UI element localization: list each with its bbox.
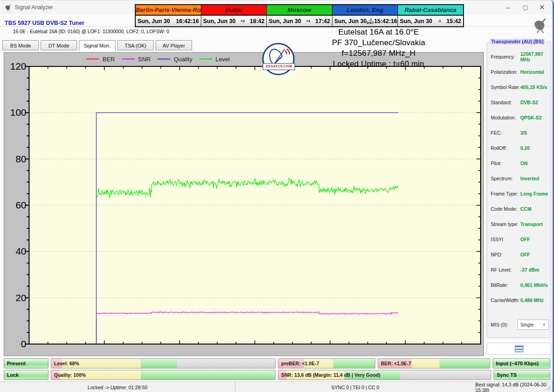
status-badge-input-470-kbps-: Input (~470 Kbps) [493, 358, 550, 368]
status-badge-lock: Lock [4, 370, 48, 380]
status-section-0: Locked -> Uptime: 01:28:50 [0, 382, 235, 392]
close-button[interactable]: ✕ [534, 2, 550, 13]
satellite-dish-app-icon [4, 4, 12, 12]
transponder-field-row: Code Mode:CCM [491, 201, 549, 216]
legend-label: SNR [138, 56, 151, 63]
field-label: Stream type: [491, 221, 520, 227]
field-label: ISSYI [491, 237, 520, 242]
list-icon [515, 345, 524, 352]
tab-dt-mode[interactable]: DT Mode [41, 40, 77, 50]
field-value: Inverted [520, 176, 549, 181]
field-value: QPSK-S2 [520, 115, 549, 120]
transponder-field-row: Modulation:QPSK-S2 [491, 110, 549, 125]
indicator-row-1: PresentLevel: 68%preBER: <1.0E-7BER: <1.… [4, 358, 550, 368]
status-section-1: SYNC 0 | TEI 0 | CC 0 [235, 382, 476, 392]
transponder-list-button[interactable] [487, 343, 551, 355]
clock-time-row: Sun, Jun 30+218:42 [201, 16, 266, 26]
clock-moscow: MoscowSun, Jun 30+117:42 [267, 5, 332, 26]
field-label: Standard: [491, 100, 520, 105]
field-value: Long Frame [520, 191, 549, 196]
y-tick-label-60: 60 [5, 200, 26, 211]
signal-bar-preber: preBER: <1.0E-7 [278, 358, 375, 368]
clock-date: Sun, Jun 30 [138, 18, 170, 24]
transponder-field-row: ISSYIOFF [491, 232, 549, 247]
y-tick-label-80: 80 [5, 154, 26, 165]
tab-tsa-ok-[interactable]: TSA (OK) [117, 40, 154, 50]
transponder-field-row: Spectrum:Inverted [491, 171, 549, 186]
chevron-down-icon: ▼ [542, 322, 546, 327]
clock-time: 16:42:16 [176, 18, 199, 24]
status-badge-present: Present [4, 358, 48, 368]
window-title: Signal Analyzer [15, 4, 53, 11]
bar-label: preBER: <1.0E-7 [281, 359, 319, 368]
transponder-field-row: FEC:3/5 [491, 125, 549, 140]
series-level [96, 178, 398, 198]
y-tick-label-0: 0 [5, 339, 26, 350]
field-label: Polarization: [491, 69, 520, 75]
transponder-panel: Transponder (AU) [BS] Frequency:12567,98… [487, 42, 551, 338]
dxsatcs-logo: DXSATCS.COM [262, 43, 295, 75]
clock-utc-offset: +1 [301, 19, 315, 23]
clock-rabat-casablanca: Rabat-CasablancaSun, Jun 30-115:42 [398, 5, 463, 26]
clock-time-row: Sun, Jun 30-1DST15:42:16 [332, 16, 397, 26]
tuner-name: TBS 5927 USB DVB-S2 Tuner [5, 20, 84, 26]
clock-date: Sun, Jun 30 [203, 18, 235, 24]
dxsatcs-logo-text: DXSATCS.COM [263, 63, 295, 70]
mis-selected-value: Single [520, 322, 534, 327]
legend-label: Quality [174, 56, 192, 63]
maximize-button[interactable]: ▢ [518, 2, 533, 13]
indicator-row-2: LockQuality: 100%SNR: 13,6 dB (Margin: 1… [4, 370, 550, 380]
signal-analyzer-window: Signal Analyzer – ▢ ✕ Berlin-Paris-Vienn… [0, 0, 554, 392]
legend-color-dash [199, 59, 212, 59]
field-value: -37 dBm [520, 267, 549, 273]
tab-av-player[interactable]: AV Player [156, 40, 192, 50]
clock-city-label: Rabat-Casablanca [398, 5, 463, 16]
field-label: RollOff: [491, 145, 520, 151]
resize-grip[interactable] [546, 386, 551, 390]
tuner-detail: 16.0E - Eutelsat 16A (ID: 0160) @ LOF1: … [13, 29, 169, 34]
transponder-field-row: BitRate:0,461 Mbit/s [491, 277, 549, 292]
bar-label: Level: 68% [54, 359, 79, 368]
clock-city-label: Dubai [201, 5, 266, 16]
mis-dropdown[interactable]: Single▼ [518, 320, 549, 330]
field-label: Modulation: [491, 115, 520, 120]
field-label: NPD: [491, 252, 520, 257]
clock-time-row: Sun, Jun 30+117:42 [267, 16, 332, 26]
transponder-field-row: RollOff:0.20 [491, 140, 549, 155]
minimize-button[interactable]: – [500, 2, 516, 13]
clock-time: 18:42 [250, 18, 265, 24]
clock-city-label: London, Eng [332, 5, 397, 16]
transponder-field-row: Standard:DVB-S2 [491, 95, 549, 110]
clock-city-label: Berlin-Paris-Vienna-Roma [136, 5, 201, 16]
field-label: CarrierWidth: [491, 297, 520, 303]
field-value: Transport [520, 221, 549, 227]
field-value: 3/5 [520, 130, 549, 136]
field-label: FEC: [491, 130, 520, 136]
y-tick-label-120: 120 [5, 61, 26, 72]
field-label: Code Mode: [491, 206, 520, 212]
bar-segment-green [440, 359, 490, 368]
clock-utc-offset: -1 [432, 19, 446, 23]
field-value: ON [520, 160, 549, 166]
transponder-field-row: RF Level:-37 dBm [491, 262, 549, 277]
legend-item-snr: SNR [122, 56, 151, 63]
tab-bar: BS ModeDT ModeSignal Mon.TSA (OK)AV Play… [2, 40, 192, 51]
transponder-field-row: Stream type:Transport [491, 216, 549, 232]
field-value: DVB-S2 [520, 100, 549, 105]
y-tick-label-100: 100 [5, 107, 26, 118]
clock-date: Sun, Jun 30 [269, 18, 301, 24]
field-value: 0.20 [520, 145, 549, 151]
plot-area [29, 66, 481, 344]
tab-bs-mode[interactable]: BS Mode [2, 40, 39, 50]
legend-item-quality: Quality [157, 56, 192, 63]
legend-color-dash [86, 59, 99, 59]
transponder-field-row: CarrierWidth:0,486 MHz [491, 292, 549, 308]
field-value: OFF [520, 252, 549, 257]
field-value: 0,461 Mbit/s [520, 282, 549, 288]
clock-date: Sun, Jun 30 [400, 18, 432, 24]
clock-utc-offset: -1DST [367, 18, 374, 24]
tab-signal-mon-[interactable]: Signal Mon. [79, 40, 115, 51]
clock-time: 15:42 [446, 18, 461, 24]
status-bar: Locked -> Uptime: 01:28:50SYNC 0 | TEI 0… [0, 381, 553, 392]
clock-london-eng: London, EngSun, Jun 30-1DST15:42:16 [332, 5, 398, 26]
